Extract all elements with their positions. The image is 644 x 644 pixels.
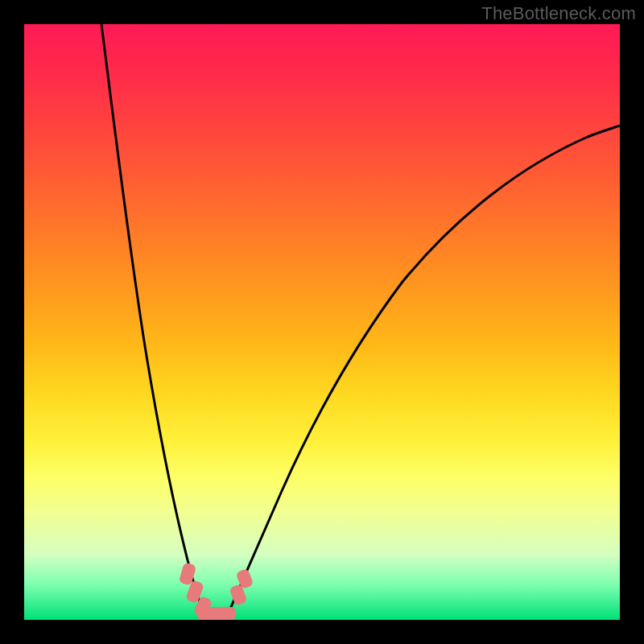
left-curve [101,24,209,620]
curve-layer [24,24,620,620]
marker-bottom [197,607,236,620]
chart-frame: TheBottleneck.com [0,0,644,644]
right-curve [225,126,620,620]
watermark-text: TheBottleneck.com [481,3,636,24]
plot-area [24,24,620,620]
